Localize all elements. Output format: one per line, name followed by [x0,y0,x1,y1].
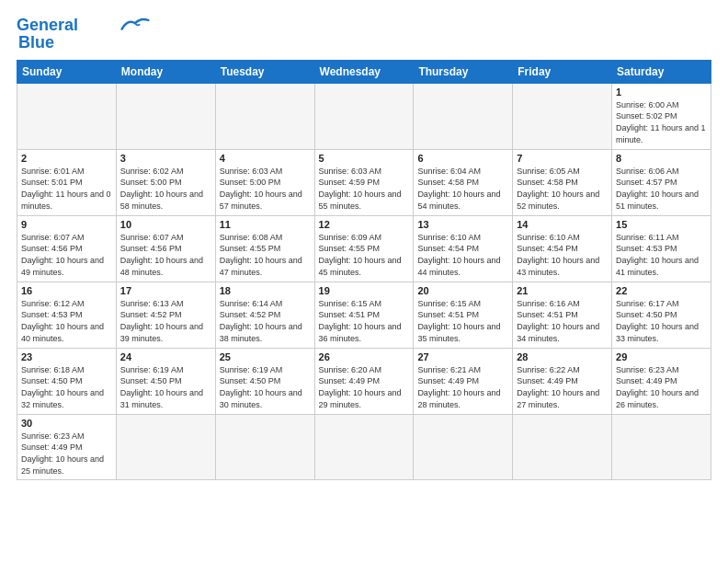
day-number: 22 [616,285,707,296]
calendar-week-4: 23Sunrise: 6:18 AM Sunset: 4:50 PM Dayli… [17,348,711,414]
day-info: Sunrise: 6:03 AM Sunset: 4:59 PM Dayligh… [319,166,410,212]
calendar-cell: 30Sunrise: 6:23 AM Sunset: 4:49 PM Dayli… [17,414,117,479]
calendar-week-3: 16Sunrise: 6:12 AM Sunset: 4:53 PM Dayli… [17,282,711,348]
day-info: Sunrise: 6:07 AM Sunset: 4:56 PM Dayligh… [120,232,211,278]
day-info: Sunrise: 6:13 AM Sunset: 4:52 PM Dayligh… [120,298,211,344]
day-info: Sunrise: 6:00 AM Sunset: 5:02 PM Dayligh… [616,99,707,145]
calendar-cell [314,83,414,149]
calendar-cell: 17Sunrise: 6:13 AM Sunset: 4:52 PM Dayli… [116,282,215,348]
day-info: Sunrise: 6:09 AM Sunset: 4:55 PM Dayligh… [319,232,410,278]
calendar-cell: 24Sunrise: 6:19 AM Sunset: 4:50 PM Dayli… [116,348,215,414]
calendar-cell [414,83,513,149]
calendar-cell: 2Sunrise: 6:01 AM Sunset: 5:01 PM Daylig… [17,149,117,215]
day-number: 21 [517,285,608,296]
calendar-cell: 4Sunrise: 6:03 AM Sunset: 5:00 PM Daylig… [215,149,314,215]
calendar-cell: 9Sunrise: 6:07 AM Sunset: 4:56 PM Daylig… [17,215,117,282]
weekday-header-sunday: Sunday [17,60,117,83]
day-number: 27 [417,351,508,362]
day-info: Sunrise: 6:17 AM Sunset: 4:50 PM Dayligh… [616,298,707,344]
calendar-cell [116,414,215,479]
calendar-cell [116,83,215,149]
day-info: Sunrise: 6:04 AM Sunset: 4:58 PM Dayligh… [417,166,508,212]
calendar-cell: 22Sunrise: 6:17 AM Sunset: 4:50 PM Dayli… [612,282,711,348]
weekday-header-wednesday: Wednesday [314,60,414,83]
day-number: 9 [21,219,112,230]
day-number: 24 [120,351,211,362]
day-info: Sunrise: 6:18 AM Sunset: 4:50 PM Dayligh… [21,364,112,410]
day-info: Sunrise: 6:15 AM Sunset: 4:51 PM Dayligh… [319,298,410,344]
day-info: Sunrise: 6:07 AM Sunset: 4:56 PM Dayligh… [21,232,112,278]
day-info: Sunrise: 6:14 AM Sunset: 4:52 PM Dayligh… [220,298,311,344]
day-info: Sunrise: 6:19 AM Sunset: 4:50 PM Dayligh… [120,364,211,410]
calendar-cell: 26Sunrise: 6:20 AM Sunset: 4:49 PM Dayli… [314,348,414,414]
calendar-cell: 21Sunrise: 6:16 AM Sunset: 4:51 PM Dayli… [513,282,612,348]
calendar-cell [17,83,117,149]
day-number: 12 [319,219,410,230]
day-info: Sunrise: 6:23 AM Sunset: 4:49 PM Dayligh… [616,364,707,410]
day-info: Sunrise: 6:15 AM Sunset: 4:51 PM Dayligh… [417,298,508,344]
day-number: 3 [120,153,211,164]
calendar-week-5: 30Sunrise: 6:23 AM Sunset: 4:49 PM Dayli… [17,414,711,479]
calendar-cell [215,414,314,479]
day-number: 28 [517,351,608,362]
weekday-header-saturday: Saturday [612,60,711,83]
page: General Blue SundayMondayTuesdayWednesda… [0,0,728,489]
calendar-cell: 3Sunrise: 6:02 AM Sunset: 5:00 PM Daylig… [116,149,215,215]
day-number: 17 [120,285,211,296]
logo: General Blue [17,17,150,52]
day-info: Sunrise: 6:19 AM Sunset: 4:50 PM Dayligh… [220,364,311,410]
calendar-week-1: 2Sunrise: 6:01 AM Sunset: 5:01 PM Daylig… [17,149,711,215]
day-info: Sunrise: 6:12 AM Sunset: 4:53 PM Dayligh… [21,298,112,344]
day-number: 15 [616,219,707,230]
day-number: 16 [21,285,112,296]
day-info: Sunrise: 6:16 AM Sunset: 4:51 PM Dayligh… [517,298,608,344]
weekday-header-monday: Monday [116,60,215,83]
weekday-header-tuesday: Tuesday [215,60,314,83]
logo-blue: Blue [18,33,54,52]
day-info: Sunrise: 6:23 AM Sunset: 4:49 PM Dayligh… [21,431,112,477]
calendar-cell: 16Sunrise: 6:12 AM Sunset: 4:53 PM Dayli… [17,282,117,348]
weekday-header-row: SundayMondayTuesdayWednesdayThursdayFrid… [17,60,711,83]
calendar-cell [612,414,711,479]
day-info: Sunrise: 6:05 AM Sunset: 4:58 PM Dayligh… [517,166,608,212]
calendar-cell: 25Sunrise: 6:19 AM Sunset: 4:50 PM Dayli… [215,348,314,414]
calendar-cell: 13Sunrise: 6:10 AM Sunset: 4:54 PM Dayli… [414,215,513,282]
header: General Blue [17,17,711,52]
day-info: Sunrise: 6:11 AM Sunset: 4:53 PM Dayligh… [616,232,707,278]
calendar-cell [215,83,314,149]
weekday-header-friday: Friday [513,60,612,83]
calendar-cell [513,414,612,479]
calendar-cell: 1Sunrise: 6:00 AM Sunset: 5:02 PM Daylig… [612,83,711,149]
calendar-cell [414,414,513,479]
calendar-cell: 29Sunrise: 6:23 AM Sunset: 4:49 PM Dayli… [612,348,711,414]
calendar-cell: 12Sunrise: 6:09 AM Sunset: 4:55 PM Dayli… [314,215,414,282]
day-info: Sunrise: 6:20 AM Sunset: 4:49 PM Dayligh… [319,364,410,410]
calendar-cell [314,414,414,479]
calendar: SundayMondayTuesdayWednesdayThursdayFrid… [17,60,711,480]
calendar-cell: 28Sunrise: 6:22 AM Sunset: 4:49 PM Dayli… [513,348,612,414]
calendar-cell: 5Sunrise: 6:03 AM Sunset: 4:59 PM Daylig… [314,149,414,215]
day-number: 26 [319,351,410,362]
calendar-cell: 8Sunrise: 6:06 AM Sunset: 4:57 PM Daylig… [612,149,711,215]
calendar-cell: 15Sunrise: 6:11 AM Sunset: 4:53 PM Dayli… [612,215,711,282]
day-info: Sunrise: 6:08 AM Sunset: 4:55 PM Dayligh… [220,232,311,278]
day-info: Sunrise: 6:10 AM Sunset: 4:54 PM Dayligh… [517,232,608,278]
calendar-cell: 20Sunrise: 6:15 AM Sunset: 4:51 PM Dayli… [414,282,513,348]
day-info: Sunrise: 6:10 AM Sunset: 4:54 PM Dayligh… [417,232,508,278]
day-number: 7 [517,153,608,164]
day-number: 19 [319,285,410,296]
day-number: 11 [220,219,311,230]
day-number: 25 [220,351,311,362]
calendar-cell: 18Sunrise: 6:14 AM Sunset: 4:52 PM Dayli… [215,282,314,348]
day-info: Sunrise: 6:22 AM Sunset: 4:49 PM Dayligh… [517,364,608,410]
day-info: Sunrise: 6:02 AM Sunset: 5:00 PM Dayligh… [120,166,211,212]
day-number: 10 [120,219,211,230]
day-number: 20 [417,285,508,296]
day-number: 6 [417,153,508,164]
day-number: 13 [417,219,508,230]
day-number: 14 [517,219,608,230]
day-info: Sunrise: 6:21 AM Sunset: 4:49 PM Dayligh… [417,364,508,410]
day-number: 1 [616,86,707,98]
weekday-header-thursday: Thursday [414,60,513,83]
day-number: 23 [21,351,112,362]
